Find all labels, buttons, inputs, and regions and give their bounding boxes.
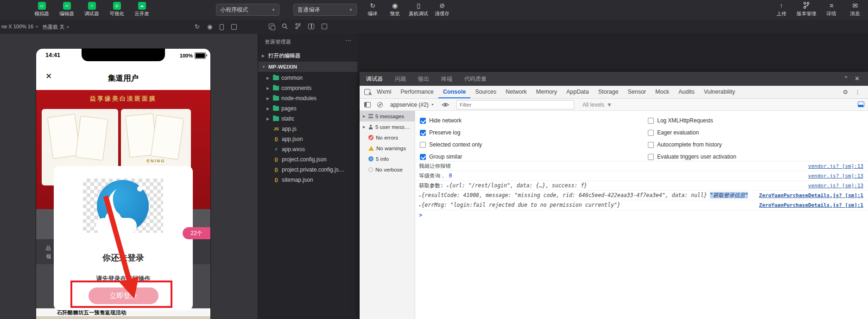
checkbox[interactable] — [648, 118, 654, 124]
tab-network[interactable]: Network — [501, 86, 532, 98]
tab-code-quality[interactable]: 代码质量 — [464, 75, 487, 83]
collapse-panel-icon[interactable] — [322, 24, 327, 29]
log-levels-dropdown[interactable]: All levels ▼ — [583, 102, 612, 108]
more-actions-icon[interactable]: ··· — [345, 37, 351, 44]
checkbox[interactable] — [648, 154, 654, 160]
tab-audits[interactable]: Audits — [674, 86, 699, 98]
count-badge[interactable]: 22个 — [183, 227, 210, 239]
checkbox[interactable] — [648, 130, 654, 136]
close-window-icon[interactable]: ✕ — [855, 75, 860, 83]
mode-dropdown[interactable]: 小程序模式 ▼ — [216, 4, 279, 16]
section-project-root[interactable]: ▼ MP-WEIXIN — [258, 62, 357, 72]
context-selector[interactable]: appservice (#2) ▼ — [390, 102, 434, 108]
tree-item-file[interactable]: project.private.config.js… — [258, 165, 357, 175]
sidebar-item-errors[interactable]: ▶ No errors — [360, 132, 415, 143]
tab-mock[interactable]: Mock — [651, 86, 674, 98]
upload-button[interactable]: ↑ 上传 — [773, 2, 790, 17]
cloud-dev-button[interactable]: ☁ 云开发 — [133, 2, 150, 17]
tab-sources[interactable]: Sources — [470, 86, 501, 98]
source-link[interactable]: ZeroYuanPurchaseDetails.js? [sm]:1 — [759, 202, 863, 208]
compile-button[interactable]: ↻ 编译 — [364, 2, 381, 17]
tab-appdata[interactable]: AppData — [562, 86, 594, 98]
sidebar-item-warnings[interactable]: ▶ No warnings — [360, 143, 415, 153]
device-debug-button[interactable]: ▯ 真机调试 — [409, 2, 428, 17]
setting-selected-context[interactable]: Selected context only — [420, 139, 482, 151]
checkbox[interactable] — [420, 118, 426, 124]
setting-hide-network[interactable]: Hide network — [420, 115, 482, 127]
settings-gear-icon[interactable]: ⚙ — [843, 89, 848, 96]
simulator-button[interactable]: ▭ 模拟器 — [33, 2, 50, 17]
source-link[interactable]: vendor.js? [sm]:13 — [808, 163, 863, 169]
clear-console-icon[interactable] — [377, 102, 383, 108]
source-link[interactable]: vendor.js? [sm]:13 — [808, 173, 863, 179]
clear-cache-button[interactable]: ⊘ 清缓存 — [434, 2, 450, 17]
tab-terminal[interactable]: 终端 — [441, 75, 452, 83]
tree-item-folder[interactable]: ▶ pages — [258, 103, 357, 114]
checkbox[interactable] — [420, 154, 426, 160]
tab-console[interactable]: Console — [438, 86, 470, 98]
refresh-icon[interactable]: ↻ — [195, 23, 200, 31]
tree-item-file[interactable]: project.config.json — [258, 154, 357, 165]
eye-watch-icon[interactable] — [442, 102, 449, 108]
compile-mode-dropdown[interactable]: 普通编译 ▼ — [293, 4, 357, 16]
checkbox[interactable] — [420, 130, 426, 136]
tab-wxml[interactable]: Wxml — [372, 86, 396, 98]
split-editor-icon[interactable] — [308, 24, 314, 29]
rotate-device-icon[interactable] — [220, 24, 224, 30]
tab-problems[interactable]: 问题 — [395, 75, 406, 83]
tree-item-folder[interactable]: ▶ common — [258, 73, 357, 83]
chevron-down-icon: ▼ — [607, 102, 612, 108]
setting-eager-evaluation[interactable]: Eager evaluation — [648, 127, 736, 139]
git-branch-icon[interactable] — [295, 23, 301, 29]
tree-item-folder[interactable]: ▶ node-modules — [258, 93, 357, 103]
section-open-editors[interactable]: ▶ 打开的编辑器 — [258, 51, 357, 61]
console-sidebar-toggle-icon[interactable] — [364, 102, 371, 108]
tab-debugger[interactable]: 调试器 — [366, 75, 383, 83]
tab-sensor[interactable]: Sensor — [623, 86, 651, 98]
setting-log-xhr[interactable]: Log XMLHttpRequests — [648, 115, 736, 127]
preview-button[interactable]: ◉ 预览 — [386, 2, 403, 17]
console-prompt[interactable]: > — [415, 210, 868, 220]
filter-input[interactable] — [456, 100, 574, 109]
messages-button[interactable]: ✉ 消息 — [847, 2, 863, 17]
tree-item-file[interactable]: app.js — [258, 124, 357, 134]
side-tab[interactable]: 品 — [46, 245, 51, 252]
upload-icon: ↑ — [778, 2, 786, 10]
sidebar-item-messages[interactable]: ▶ 5 messages — [360, 111, 415, 121]
sidebar-item-info[interactable]: ▶ 5 info — [360, 153, 415, 164]
source-link[interactable]: ZeroYuanPurchaseDetails.js? [sm]:1 — [759, 192, 863, 198]
editor-button[interactable]: ‹/› 编辑器 — [58, 2, 75, 17]
source-link[interactable]: vendor.js? [sm]:13 — [808, 183, 863, 189]
checkbox[interactable] — [420, 142, 426, 148]
frame-icon[interactable] — [231, 24, 237, 30]
setting-autocomplete-history[interactable]: Autocomplete from history — [648, 139, 736, 151]
tab-memory[interactable]: Memory — [532, 86, 562, 98]
visualization-button[interactable]: ◎ 可视化 — [108, 2, 125, 17]
copy-files-icon[interactable] — [269, 24, 274, 29]
version-manage-button[interactable]: 版本管理 — [797, 2, 816, 17]
checkbox[interactable] — [648, 142, 654, 148]
tree-item-file[interactable]: sitemap.json — [258, 175, 357, 185]
more-options-icon[interactable]: ⋮ — [855, 89, 861, 96]
sidebar-item-verbose[interactable]: ▶ No verbose — [360, 164, 415, 175]
device-selector[interactable]: ne X 100% 16 ▼ — [1, 24, 38, 29]
debugger-button[interactable]: ⌗ 调试器 — [83, 2, 100, 17]
tab-performance[interactable]: Performance — [396, 86, 438, 98]
dock-side-icon[interactable] — [858, 102, 864, 107]
hot-reload-toggle[interactable]: 热重载 关 ▼ — [43, 24, 70, 31]
inspect-element-icon[interactable] — [364, 89, 370, 95]
tree-item-folder[interactable]: ▶ components — [258, 83, 357, 93]
record-icon[interactable]: ◉ — [207, 23, 212, 31]
details-button[interactable]: ≡ 详情 — [823, 2, 840, 17]
tree-item-file[interactable]: app.json — [258, 134, 357, 144]
tree-item-file[interactable]: app.wxss — [258, 144, 357, 154]
tab-output[interactable]: 输出 — [418, 75, 429, 83]
setting-preserve-log[interactable]: Preserve log — [420, 127, 482, 139]
tree-item-folder[interactable]: ▶ static — [258, 114, 357, 124]
tab-vulnerability[interactable]: Vulnerability — [699, 86, 740, 98]
sidebar-item-user-messages[interactable]: ▶ 5 user mess… — [360, 121, 415, 132]
tab-storage[interactable]: Storage — [594, 86, 623, 98]
collapse-window-icon[interactable]: ⌃ — [843, 75, 849, 83]
search-icon[interactable] — [282, 23, 288, 29]
side-tab[interactable]: 领 — [46, 253, 51, 260]
